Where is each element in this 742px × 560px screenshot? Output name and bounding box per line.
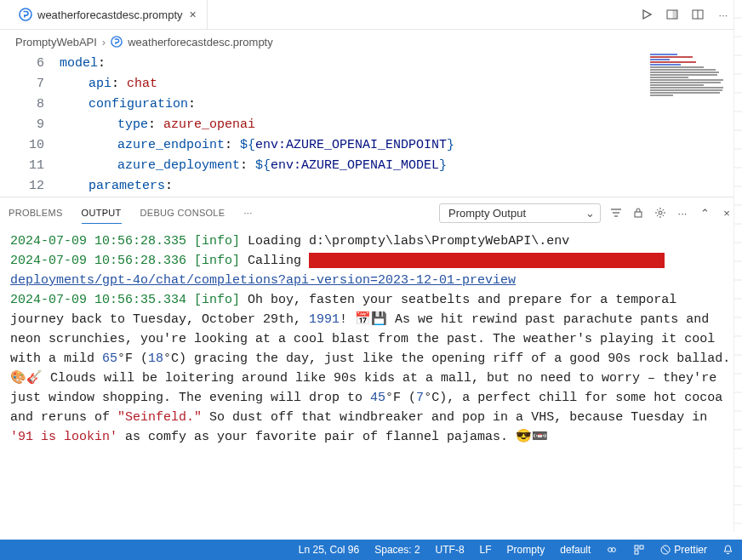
output-channel-select[interactable]: Prompty Output ⌄ [439, 203, 601, 223]
log-quote: "Seinfeld." [117, 410, 202, 425]
status-profile[interactable]: default [560, 544, 591, 556]
log-number: 18 [148, 351, 163, 366]
svg-rect-9 [635, 212, 642, 217]
prompty-file-icon [111, 36, 123, 48]
log-level: [info] [194, 254, 240, 268]
lock-icon[interactable] [631, 206, 645, 220]
split-right-icon[interactable] [665, 8, 679, 21]
filter-icon[interactable] [609, 206, 623, 220]
svg-line-17 [663, 547, 668, 552]
svg-point-10 [659, 211, 662, 214]
close-icon[interactable]: × [188, 8, 198, 21]
svg-rect-14 [640, 546, 643, 549]
prettier-label: Prettier [674, 544, 707, 556]
log-quote: '91 is lookin' [10, 430, 117, 444]
log-number: 7 [416, 391, 424, 405]
right-sliver [733, 0, 742, 532]
status-language[interactable]: Prompty [507, 544, 545, 556]
gear-icon[interactable] [654, 206, 667, 220]
log-number: 65 [102, 351, 117, 366]
log-text: as comfy as your favorite pair of flanne… [117, 430, 548, 444]
status-eol[interactable]: LF [480, 544, 492, 556]
output-channel-label: Prompty Output [448, 207, 526, 220]
svg-point-5 [111, 37, 122, 47]
log-msg: Calling [248, 254, 309, 268]
breadcrumb: PromptyWebAPI › weatherforecastdesc.prom… [0, 30, 742, 54]
bell-icon[interactable] [722, 545, 733, 556]
log-text: °F ( [117, 351, 148, 366]
editor[interactable]: 6789101112 model:api: chatconfiguration:… [0, 54, 742, 197]
editor-tabbar: weatherforecastdesc.prompty × ··· [0, 0, 742, 30]
more-icon[interactable]: ··· [243, 203, 252, 223]
minimap[interactable] [650, 54, 727, 190]
chevron-right-icon: › [102, 36, 106, 49]
extensions-icon[interactable] [633, 544, 645, 556]
bottom-panel: PROBLEMS OUTPUT DEBUG CONSOLE ··· Prompt… [0, 197, 742, 540]
tab-label: weatherforecastdesc.prompty [37, 9, 183, 21]
log-timestamp: 2024-07-09 10:56:28.335 [10, 234, 186, 249]
log-timestamp: 2024-07-09 10:56:35.334 [10, 293, 186, 307]
editor-tab[interactable]: weatherforecastdesc.prompty × [10, 0, 208, 29]
log-level: [info] [194, 234, 240, 249]
redacted-bar [309, 253, 665, 268]
breadcrumb-root[interactable]: PromptyWebAPI [15, 36, 97, 49]
status-spaces[interactable]: Spaces: 2 [374, 544, 420, 556]
layout-icon[interactable] [691, 8, 705, 21]
prompty-file-icon [19, 8, 32, 21]
prettier-status[interactable]: Prettier [660, 544, 707, 556]
status-bar: Ln 25, Col 96 Spaces: 2 UTF-8 LF Prompty… [0, 540, 742, 560]
code-area[interactable]: model:api: chatconfiguration:type: azure… [60, 54, 742, 197]
svg-rect-13 [635, 546, 638, 549]
more-icon[interactable]: ··· [676, 206, 689, 220]
status-cursor[interactable]: Ln 25, Col 96 [299, 544, 359, 556]
svg-rect-15 [635, 551, 638, 554]
copilot-icon[interactable] [606, 544, 618, 556]
svg-point-0 [20, 9, 31, 20]
run-icon[interactable] [640, 8, 654, 21]
log-number: 1991 [309, 312, 340, 327]
chevron-up-icon[interactable]: ⌃ [698, 206, 711, 220]
line-gutter: 6789101112 [0, 54, 60, 197]
tab-problems[interactable]: PROBLEMS [9, 203, 63, 223]
output-log[interactable]: 2024-07-09 10:56:28.335 [info] Loading d… [0, 228, 742, 540]
more-icon[interactable]: ··· [716, 8, 730, 21]
log-text: °F ( [385, 391, 416, 405]
chevron-down-icon: ⌄ [585, 207, 595, 220]
tab-debug-console[interactable]: DEBUG CONSOLE [140, 203, 225, 223]
log-msg: Loading d:\prompty\labs\PromptyWebAPI\.e… [248, 234, 569, 249]
log-timestamp: 2024-07-09 10:56:28.336 [10, 254, 186, 268]
log-url[interactable]: deployments/gpt-4o/chat/completions?api-… [10, 273, 516, 288]
close-icon[interactable]: × [720, 206, 733, 220]
svg-rect-2 [673, 10, 678, 19]
status-encoding[interactable]: UTF-8 [436, 544, 465, 556]
log-level: [info] [194, 293, 240, 307]
log-number: 45 [370, 391, 385, 405]
breadcrumb-file[interactable]: weatherforecastdesc.prompty [128, 36, 273, 49]
log-text: So dust off that windbreaker and pop in … [202, 410, 707, 425]
tab-output[interactable]: OUTPUT [82, 203, 122, 224]
